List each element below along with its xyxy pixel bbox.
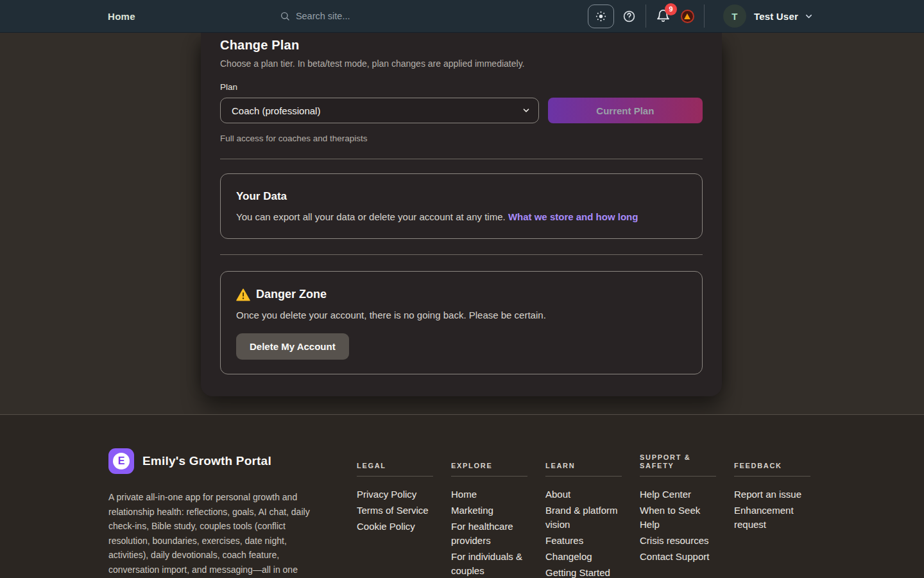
footer-column-heading: LEARN: [545, 448, 622, 470]
footer-link[interactable]: Features: [545, 534, 622, 548]
page-subtitle: Choose a plan tier. In beta/test mode, p…: [220, 58, 703, 69]
footer-column-rule: [357, 476, 433, 477]
section-divider: [220, 159, 703, 159]
footer-link[interactable]: Getting Started: [545, 566, 622, 578]
navbar-actions: 9 T Test User: [588, 4, 814, 28]
search-input[interactable]: [296, 11, 463, 21]
site-search[interactable]: [280, 11, 463, 21]
plan-label: Plan: [220, 82, 703, 92]
question-mark-icon: [622, 10, 636, 23]
logo-letter: E: [113, 453, 130, 469]
footer-column-rule: [451, 476, 527, 477]
footer-link[interactable]: Help Center: [640, 487, 716, 502]
footer-link[interactable]: Brand & platform vision: [545, 504, 622, 532]
footer-link[interactable]: Enhancement request: [734, 504, 810, 532]
footer-link[interactable]: About: [545, 487, 622, 502]
footer-brand-column: E Emily's Growth Portal A private all-in…: [108, 448, 321, 578]
footer-link[interactable]: Terms of Service: [357, 504, 433, 518]
your-data-title: Your Data: [236, 190, 687, 203]
footer-link[interactable]: Changelog: [545, 550, 622, 564]
section-divider: [220, 254, 703, 255]
your-data-text: You can export all your data or delete y…: [236, 211, 687, 222]
footer-description: A private all-in-one app for personal gr…: [108, 490, 321, 578]
footer-column-heading: EXPLORE: [451, 448, 527, 470]
warning-triangle-icon: [684, 13, 690, 19]
delete-account-button[interactable]: Delete My Account: [236, 333, 349, 360]
search-icon: [280, 11, 290, 21]
footer-logo-row: E Emily's Growth Portal: [108, 448, 321, 474]
footer-link[interactable]: For healthcare providers: [451, 520, 527, 548]
footer-column-heading: SUPPORT & SAFETY: [640, 448, 716, 470]
help-button[interactable]: [622, 10, 636, 23]
danger-zone-title-row: Danger Zone: [236, 288, 687, 301]
footer-link[interactable]: When to Seek Help: [640, 504, 716, 532]
footer-column: LEARN AboutBrand & platform visionFeatur…: [545, 448, 622, 578]
footer-column: LEGAL Privacy PolicyTerms of ServiceCook…: [357, 448, 433, 578]
plan-select-wrapper: Coach (professional): [220, 98, 539, 123]
page-title: Change Plan: [220, 38, 703, 53]
footer-column-links: AboutBrand & platform visionFeaturesChan…: [545, 487, 622, 578]
footer-link-columns: LEGAL Privacy PolicyTerms of ServiceCook…: [357, 448, 810, 578]
footer-column-heading: FEEDBACK: [734, 448, 810, 470]
footer-link[interactable]: Home: [451, 487, 527, 502]
user-menu[interactable]: T Test User: [714, 4, 814, 28]
footer-column-rule: [640, 476, 716, 477]
main-content: Change Plan Choose a plan tier. In beta/…: [0, 33, 924, 414]
footer-link[interactable]: Crisis resources: [640, 534, 716, 548]
footer-column-heading: LEGAL: [357, 448, 433, 470]
footer-link[interactable]: Report an issue: [734, 487, 810, 502]
data-retention-link[interactable]: What we store and how long: [508, 211, 638, 222]
plan-row: Coach (professional) Current Plan: [220, 98, 703, 123]
danger-zone-card: Danger Zone Once you delete your account…: [220, 271, 703, 374]
nav-home-link[interactable]: Home: [108, 11, 135, 22]
footer-link[interactable]: Contact Support: [640, 550, 716, 564]
footer-column: SUPPORT & SAFETY Help CenterWhen to Seek…: [640, 448, 716, 578]
footer-link[interactable]: Privacy Policy: [357, 487, 433, 502]
crisis-alert-button[interactable]: [681, 10, 694, 23]
app-logo: E: [108, 448, 134, 474]
chevron-down-icon: [804, 12, 814, 21]
site-footer: E Emily's Growth Portal A private all-in…: [0, 414, 924, 578]
footer-column-links: HomeMarketingFor healthcare providersFor…: [451, 487, 527, 578]
danger-zone-text: Once you delete your account, there is n…: [236, 310, 687, 320]
current-plan-button[interactable]: Current Plan: [548, 98, 703, 123]
footer-brand-title: Emily's Growth Portal: [142, 454, 271, 468]
theme-toggle-button[interactable]: [588, 4, 614, 28]
footer-link[interactable]: Marketing: [451, 504, 527, 518]
avatar: T: [723, 4, 746, 28]
notifications-button[interactable]: 9: [656, 9, 671, 24]
settings-panel: Change Plan Choose a plan tier. In beta/…: [201, 33, 722, 396]
navbar-divider: [646, 4, 646, 28]
notification-count-badge: 9: [665, 3, 677, 15]
plan-helper-text: Full access for coaches and therapists: [220, 134, 703, 143]
footer-column-links: Privacy PolicyTerms of ServiceCookie Pol…: [357, 487, 433, 534]
top-navbar: Home: [0, 0, 924, 33]
your-data-card: Your Data You can export all your data o…: [220, 173, 703, 239]
danger-zone-title: Danger Zone: [256, 288, 327, 301]
plan-select[interactable]: Coach (professional): [220, 98, 539, 123]
navbar-divider: [704, 4, 705, 28]
warning-triangle-icon: [236, 288, 250, 301]
footer-column-rule: [734, 476, 810, 477]
sun-icon: [595, 10, 607, 22]
user-name: Test User: [754, 11, 798, 22]
footer-column-links: Report an issueEnhancement request: [734, 487, 810, 532]
footer-column-rule: [545, 476, 622, 477]
footer-column-links: Help CenterWhen to Seek HelpCrisis resou…: [640, 487, 716, 564]
footer-link[interactable]: Cookie Policy: [357, 520, 433, 534]
footer-link[interactable]: For individuals & couples: [451, 550, 527, 578]
footer-column: FEEDBACK Report an issueEnhancement requ…: [734, 448, 810, 578]
footer-column: EXPLORE HomeMarketingFor healthcare prov…: [451, 448, 527, 578]
